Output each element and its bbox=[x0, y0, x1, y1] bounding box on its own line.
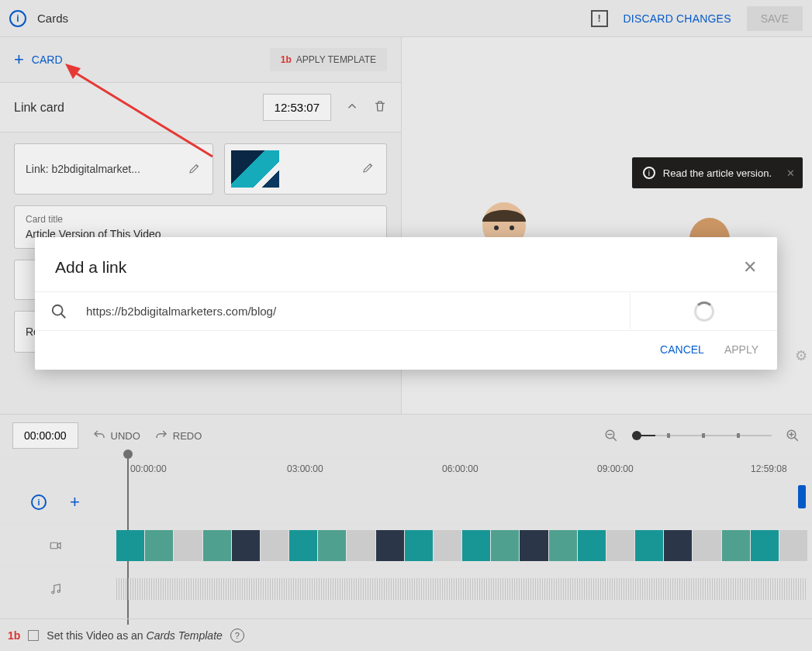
cards-track[interactable]: i + bbox=[0, 480, 812, 523]
ruler-tick: 00:00:00 bbox=[130, 463, 167, 474]
thumbnail-field[interactable] bbox=[224, 143, 387, 195]
audio-waveform bbox=[116, 578, 807, 600]
svg-rect-10 bbox=[50, 542, 57, 549]
redo-button[interactable]: REDO bbox=[154, 429, 202, 443]
modal-title: Add a link bbox=[55, 258, 126, 277]
card-marker[interactable] bbox=[798, 485, 806, 508]
ruler-tick: 12:59:08 bbox=[751, 463, 787, 474]
add-link-modal: Add a link ✕ CANCEL APPLY bbox=[35, 237, 777, 370]
footer-bar: 1b Set this Video as an Cards Template ? bbox=[0, 618, 812, 651]
plus-icon[interactable]: + bbox=[70, 492, 80, 512]
tubebuddy-icon: 1b bbox=[8, 629, 20, 642]
music-icon bbox=[49, 582, 63, 596]
ruler-tick: 06:00:00 bbox=[442, 463, 479, 474]
zoom-out-icon[interactable] bbox=[604, 429, 618, 443]
card-timestamp-input[interactable]: 12:53:07 bbox=[263, 94, 331, 121]
plus-icon: + bbox=[14, 50, 24, 70]
apply-button[interactable]: APPLY bbox=[724, 343, 758, 356]
link-url-input[interactable] bbox=[86, 301, 614, 321]
card-teaser-overlay: i Read the article version. ✕ bbox=[632, 157, 803, 188]
pencil-icon bbox=[188, 161, 202, 177]
undo-button[interactable]: UNDO bbox=[92, 429, 140, 443]
discard-changes-button[interactable]: DISCARD CHANGES bbox=[624, 12, 731, 25]
tubebuddy-icon: 1b bbox=[281, 54, 292, 65]
video-track[interactable] bbox=[0, 523, 812, 567]
gear-icon[interactable]: ⚙ bbox=[795, 347, 807, 364]
page-title: Cards bbox=[37, 12, 591, 25]
help-icon[interactable]: ? bbox=[230, 629, 244, 642]
info-icon: i bbox=[643, 167, 655, 179]
add-card-label: CARD bbox=[32, 53, 63, 66]
svg-point-2 bbox=[510, 226, 514, 230]
trash-icon bbox=[373, 99, 387, 113]
ruler-tick: 09:00:00 bbox=[597, 463, 634, 474]
svg-point-11 bbox=[51, 591, 54, 594]
top-bar: i Cards ! DISCARD CHANGES SAVE bbox=[0, 0, 812, 37]
feedback-icon[interactable]: ! bbox=[591, 10, 608, 27]
collapse-card-button[interactable] bbox=[340, 99, 364, 116]
delete-card-button[interactable] bbox=[373, 99, 387, 116]
apply-template-button[interactable]: 1b APPLY TEMPLATE bbox=[270, 48, 387, 71]
save-button[interactable]: SAVE bbox=[747, 6, 803, 31]
timeline-ruler[interactable]: 00:00:00 03:00:00 06:00:00 09:00:00 12:5… bbox=[0, 456, 812, 480]
chevron-up-icon bbox=[345, 99, 359, 113]
link-value: Link: b2bdigitalmarket... bbox=[26, 163, 140, 175]
svg-point-12 bbox=[57, 590, 60, 592]
pencil-icon bbox=[361, 160, 375, 177]
zoom-in-icon[interactable] bbox=[786, 429, 800, 443]
zoom-slider[interactable] bbox=[632, 435, 772, 436]
ruler-tick: 03:00:00 bbox=[287, 463, 323, 474]
video-icon bbox=[49, 539, 63, 553]
add-card-button[interactable]: + CARD bbox=[14, 50, 63, 70]
card-title-label: Card title bbox=[26, 214, 375, 225]
thumbnail-preview bbox=[231, 150, 279, 188]
footer-label: Set this Video as an Cards Template bbox=[47, 629, 222, 642]
redo-icon bbox=[154, 429, 168, 443]
video-clip-strip bbox=[116, 530, 807, 561]
svg-point-1 bbox=[494, 226, 499, 230]
close-modal-button[interactable]: ✕ bbox=[743, 257, 757, 277]
cancel-button[interactable]: CANCEL bbox=[660, 343, 704, 356]
loading-spinner bbox=[694, 301, 714, 322]
search-icon bbox=[50, 303, 67, 320]
svg-point-17 bbox=[53, 305, 63, 315]
playhead-time-input[interactable]: 00:00:00 bbox=[12, 422, 78, 449]
card-type-label: Link card bbox=[14, 101, 254, 115]
apply-template-label: APPLY TEMPLATE bbox=[296, 54, 376, 65]
close-icon[interactable]: ✕ bbox=[786, 167, 795, 179]
link-field[interactable]: Link: b2bdigitalmarket... bbox=[14, 143, 213, 195]
info-icon[interactable]: i bbox=[9, 10, 26, 27]
teaser-overlay-text: Read the article version. bbox=[663, 167, 772, 179]
template-checkbox[interactable] bbox=[28, 630, 39, 641]
info-icon: i bbox=[31, 494, 47, 510]
audio-track[interactable] bbox=[0, 567, 812, 610]
timeline-controls: 00:00:00 UNDO REDO bbox=[0, 414, 812, 456]
undo-icon bbox=[92, 429, 106, 443]
